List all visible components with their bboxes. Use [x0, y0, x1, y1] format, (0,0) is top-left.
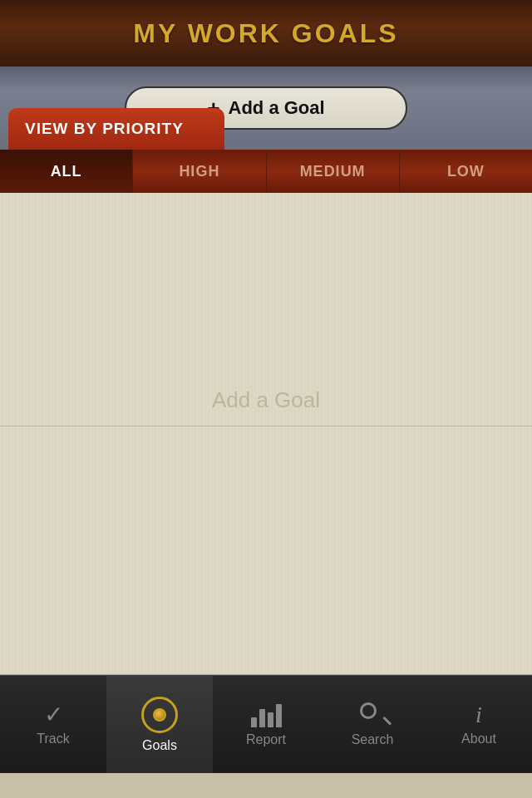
tab-about-label: About	[461, 732, 496, 746]
tab-about[interactable]: i About	[426, 676, 532, 773]
goals-list-area: Add a Goal	[0, 193, 532, 675]
filter-low[interactable]: LOW	[400, 150, 532, 193]
app-header: MY WORK GOALS	[0, 0, 532, 66]
bar-chart-icon	[251, 702, 282, 727]
filter-medium[interactable]: MEDIUM	[267, 150, 400, 193]
priority-tab[interactable]: VIEW BY PRIORITY	[8, 108, 224, 150]
tab-track[interactable]: ✓ Track	[0, 676, 106, 773]
search-icon	[360, 702, 385, 727]
section-divider	[0, 426, 532, 426]
app-title: MY WORK GOALS	[133, 18, 398, 49]
sub-header: + Add a Goal VIEW BY PRIORITY	[0, 66, 532, 150]
filter-all[interactable]: ALL	[0, 150, 133, 193]
priority-filter-bar: ALL HIGH MEDIUM LOW	[0, 150, 532, 193]
check-icon: ✓	[44, 703, 63, 727]
tab-goals[interactable]: Goals	[106, 676, 213, 773]
bottom-divider	[0, 674, 532, 675]
goals-icon	[141, 697, 178, 733]
add-goal-label: Add a Goal	[229, 97, 325, 119]
priority-tab-label: VIEW BY PRIORITY	[25, 120, 184, 138]
info-icon: i	[475, 703, 482, 727]
tab-report-label: Report	[246, 732, 286, 747]
tab-search[interactable]: Search	[319, 676, 426, 773]
tab-search-label: Search	[352, 732, 394, 747]
empty-state-text: Add a Goal	[212, 387, 320, 413]
tab-report[interactable]: Report	[213, 676, 319, 773]
filter-high[interactable]: HIGH	[133, 150, 266, 193]
tab-track-label: Track	[37, 732, 69, 746]
goals-icon-inner	[153, 708, 166, 722]
tab-bar: ✓ Track Goals Report Search i About	[0, 675, 532, 773]
tab-goals-label: Goals	[142, 738, 177, 753]
